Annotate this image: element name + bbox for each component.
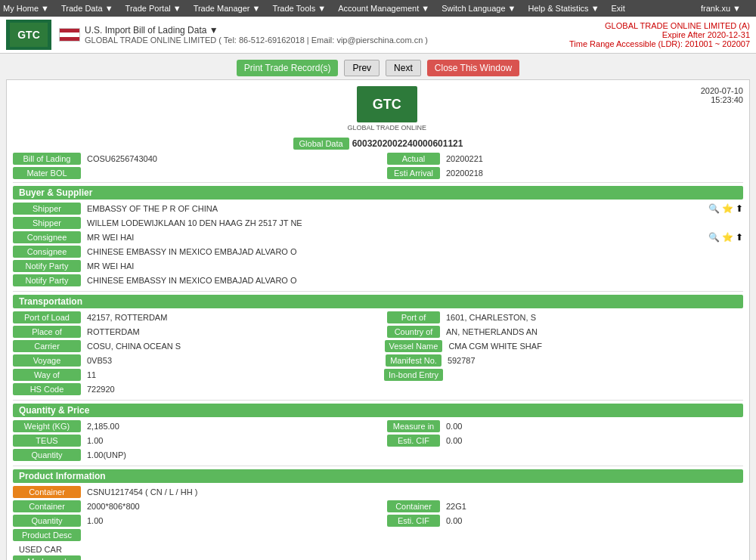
quantity-price-section: Quantity & Price Weight (KG) 2,185.00 Me…	[13, 404, 743, 461]
transportation-section: Transportation Port of Load 42157, ROTTE…	[13, 295, 743, 395]
notify-party-row-2: Notify Party CHINESE EMBASSY IN MEXICO E…	[13, 274, 743, 286]
esti-arrival-value: 20200218	[443, 167, 743, 179]
print-button-top[interactable]: Print Trade Record(s)	[237, 60, 339, 76]
nav-my-home[interactable]: My Home ▼	[3, 4, 49, 13]
mater-bol-label: Mater BOL	[13, 167, 81, 179]
port-of-load-value: 42157, ROTTERDAM	[84, 311, 384, 323]
quantity-label: Quantity	[13, 449, 81, 461]
container-type-value: 22G1	[443, 500, 743, 512]
measure-in-label: Measure in	[387, 420, 440, 432]
nav-exit[interactable]: Exit	[612, 4, 625, 13]
in-bond-entry-value	[446, 373, 743, 376]
doc-logo-subtitle: GLOBAL TRADE ONLINE	[348, 124, 427, 131]
global-data-value: 600320200224000060112​1	[352, 138, 463, 149]
up-icon-2[interactable]: ⬆	[736, 232, 743, 243]
consignee-row-2: Consignee CHINESE EMBASSY IN MEXICO EMBA…	[13, 246, 743, 258]
weight-kg-value: 2,185.00	[84, 420, 384, 432]
place-of-value: ROTTERDAM	[84, 326, 384, 338]
nav-trade-portal[interactable]: Trade Portal ▼	[125, 4, 181, 13]
voyage-value: 0VB53	[84, 354, 383, 367]
place-row: Place of ROTTERDAM Country of AN, NETHER…	[13, 326, 743, 338]
next-button-top[interactable]: Next	[386, 60, 421, 76]
up-icon[interactable]: ⬆	[736, 203, 743, 214]
teus-value: 1.00	[84, 435, 384, 447]
esti-cif-label-2: Esti. CIF	[387, 515, 440, 527]
container-orange-label: Container	[13, 486, 81, 498]
nav-account-management[interactable]: Account Management ▼	[338, 4, 429, 13]
transportation-header: Transportation	[13, 295, 743, 308]
carrier-row: Carrier COSU, CHINA OCEAN S Vessel Name …	[13, 340, 743, 352]
top-nav: My Home ▼ Trade Data ▼ Trade Portal ▼ Tr…	[0, 0, 756, 17]
prev-button-top[interactable]: Prev	[344, 60, 380, 76]
container-size-value: 2000*806*800	[84, 500, 384, 512]
star-icon[interactable]: ⭐	[722, 203, 733, 214]
search-icon[interactable]: 🔍	[708, 203, 720, 214]
nav-trade-tools[interactable]: Trade Tools ▼	[272, 4, 326, 13]
buyer-supplier-header: Buyer & Supplier	[13, 186, 743, 200]
notify-party-row-1: Notify Party MR WEI HAI	[13, 260, 743, 272]
product-desc-value: USED CAR	[13, 543, 743, 555]
notify-party-label-2: Notify Party	[13, 274, 81, 286]
mater-bol-value	[84, 172, 384, 175]
product-desc-row: Product Desc	[13, 529, 743, 541]
shipper-label-2: Shipper	[13, 217, 81, 229]
weight-kg-label: Weight (KG)	[13, 420, 81, 432]
doc-time-value: 15:23:40	[701, 95, 743, 104]
doc-logo: GTC GLOBAL TRADE ONLINE	[348, 86, 427, 131]
consignee-value-1: MR WEI HAI	[84, 231, 706, 243]
doc-header: GTC GLOBAL TRADE ONLINE 2020-07-10 15:23…	[13, 86, 743, 131]
close-button-top[interactable]: Close This Window	[427, 60, 519, 76]
manifest-no-value: 592787	[445, 354, 743, 367]
mater-bol-row: Mater BOL Esti Arrival 20200218	[13, 167, 743, 179]
way-of-value: 11	[84, 369, 381, 381]
sub-line1: GLOBAL TRADE ONLINE LIMITED (A)	[569, 21, 750, 30]
logo: GTC	[6, 20, 51, 50]
consignee-label-1: Consignee	[13, 231, 81, 243]
logo-text: GTC	[17, 29, 40, 41]
flag-icon	[59, 28, 80, 42]
main-content: Print Trade Record(s) Prev Next Close Th…	[0, 54, 756, 560]
container-qty-label: Quantity	[13, 515, 81, 527]
sub-line2: Expire After 2020-12-31	[569, 30, 750, 39]
notify-party-value-1: MR WEI HAI	[84, 260, 743, 272]
consignee-row-1: Consignee MR WEI HAI 🔍 ⭐ ⬆	[13, 231, 743, 243]
esti-arrival-label: Esti Arrival	[387, 167, 440, 179]
notify-party-label-1: Notify Party	[13, 260, 81, 272]
star-icon-2[interactable]: ⭐	[722, 232, 733, 243]
container-size-row: Container 2000*806*800 Container 22G1	[13, 500, 743, 512]
header-bar: GTC U.S. Import Bill of Lading Data ▼ GL…	[0, 17, 756, 54]
nav-switch-language[interactable]: Switch Language ▼	[442, 4, 516, 13]
weight-row: Weight (KG) 2,185.00 Measure in 0.00	[13, 420, 743, 432]
product-info-section: Product Information Container CSNU121745…	[13, 469, 743, 560]
quantity-value: 1.00(UNP)	[84, 449, 743, 461]
buyer-supplier-section: Buyer & Supplier Shipper EMBASSY OF THE …	[13, 186, 743, 286]
global-data-label: Global Data	[293, 138, 349, 150]
carrier-label: Carrier	[13, 340, 81, 352]
way-of-label: Way of	[13, 369, 81, 381]
nav-trade-manager[interactable]: Trade Manager ▼	[194, 4, 261, 13]
product-desc-label: Product Desc	[13, 529, 81, 541]
product-info-header: Product Information	[13, 469, 743, 483]
user-menu[interactable]: frank.xu ▼	[701, 4, 741, 13]
teus-label: TEUS	[13, 435, 81, 447]
shipper-label-1: Shipper	[13, 203, 81, 215]
bol-row: Bill of Lading COSU6256743040 Actual 202…	[13, 153, 743, 165]
container-qty-value: 1.00	[84, 515, 384, 527]
search-icon-2[interactable]: 🔍	[708, 232, 720, 243]
global-data-row: Global Data 600320200224000060112​1	[13, 138, 743, 150]
way-of-row: Way of 11 In-bond Entry	[13, 369, 743, 381]
esti-cif-value-1: 0.00	[443, 435, 743, 447]
teus-row: TEUS 1.00 Esti. CIF 0.00	[13, 435, 743, 447]
carrier-value: COSU, CHINA OCEAN S	[84, 340, 382, 352]
marks-and-label: Marks and	[13, 555, 81, 560]
nav-help-statistics[interactable]: Help & Statistics ▼	[528, 4, 600, 13]
country-of-label: Country of	[387, 326, 440, 338]
actual-value: 20200221	[443, 153, 743, 165]
port-load-row: Port of Load 42157, ROTTERDAM Port of 16…	[13, 311, 743, 323]
shipper-row-2: Shipper WILLEM LODEWIJKLAAN 10 DEN HAAG …	[13, 217, 743, 229]
voyage-row: Voyage 0VB53 Manifest No. 592787	[13, 354, 743, 367]
page-title: U.S. Import Bill of Lading Data ▼	[85, 25, 428, 36]
container-orange-value: CSNU1217454 ( CN / L / HH )	[84, 486, 743, 498]
shipper-value-1: EMBASSY OF THE P R OF CHINA	[84, 203, 706, 215]
nav-trade-data[interactable]: Trade Data ▼	[61, 4, 113, 13]
